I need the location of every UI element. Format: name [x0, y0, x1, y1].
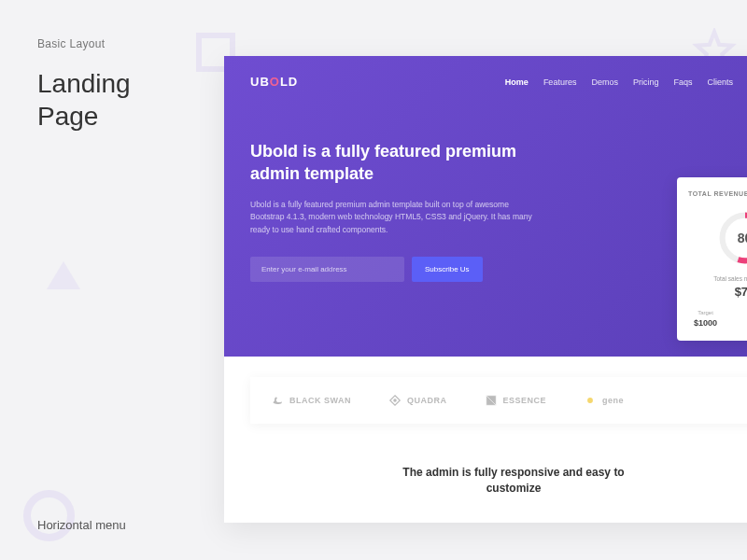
hero-section: UBOLD Home Features Demos Pricing Faqs C… [224, 56, 747, 357]
brand-blackswan: BLACK SWAN [271, 394, 351, 407]
card-title: TOTAL REVENUE [688, 190, 747, 197]
top-nav: UBOLD Home Features Demos Pricing Faqs C… [250, 75, 747, 89]
brand-quadra: QUADRA [388, 394, 447, 407]
nav-links: Home Features Demos Pricing Faqs Clients… [505, 77, 747, 87]
swan-icon [271, 394, 284, 407]
donut-chart: 80 [688, 208, 747, 268]
brand-strip: BLACK SWAN QUADRA ESSENCE gene [250, 377, 747, 424]
svg-point-2 [394, 399, 396, 401]
section-heading: The admin is fully responsive and easy t… [383, 465, 644, 497]
donut-value: 80 [738, 231, 747, 245]
nav-demos[interactable]: Demos [591, 77, 618, 87]
subscribe-button[interactable]: Subscribe Us [412, 257, 483, 282]
hero-content: Ubold is a fully featured premium admin … [250, 140, 558, 282]
diamond-icon [388, 394, 402, 407]
logo[interactable]: UBOLD [250, 75, 298, 89]
nav-features[interactable]: Features [543, 77, 577, 87]
category-label: Basic Layout [37, 37, 105, 50]
revenue-card: TOTAL REVENUE 80 Total sales made today … [677, 177, 747, 341]
page-title: LandingPage [37, 67, 131, 133]
brand-essence: ESSENCE [485, 394, 547, 407]
nav-clients[interactable]: Clients [707, 77, 733, 87]
target-label: Target [694, 310, 717, 315]
email-input[interactable] [250, 257, 404, 282]
svg-point-3 [587, 398, 593, 403]
hero-description: Ubold is a fully featured premium admin … [250, 199, 540, 237]
nav-faqs[interactable]: Faqs [673, 77, 692, 87]
bg-circle-shape [23, 490, 75, 541]
brand-gene: gene [584, 394, 624, 407]
nav-pricing[interactable]: Pricing [633, 77, 659, 87]
burst-icon [584, 394, 597, 407]
target-value: $1000 [694, 318, 717, 328]
template-preview: UBOLD Home Features Demos Pricing Faqs C… [224, 56, 747, 523]
square-icon [485, 394, 498, 407]
hero-title: Ubold is a fully featured premium admin … [250, 140, 558, 186]
bg-triangle-shape [47, 261, 80, 289]
card-price: $75 [688, 285, 747, 299]
subscribe-form: Subscribe Us [250, 257, 558, 282]
card-subtitle: Total sales made today [688, 275, 747, 282]
nav-home[interactable]: Home [505, 77, 529, 87]
footer-label: Horizontal menu [37, 518, 126, 532]
card-stats: Target$1000 Last week$523 [688, 310, 747, 328]
